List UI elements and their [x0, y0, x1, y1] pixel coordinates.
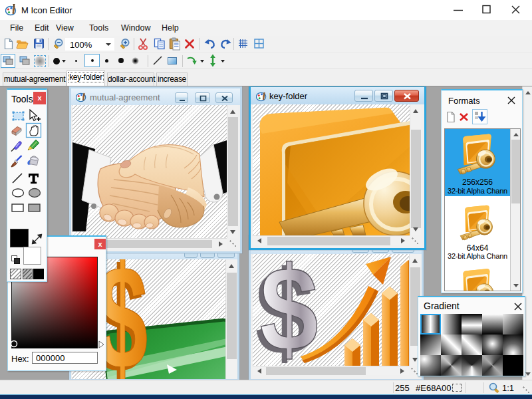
svg-text:$: $ [260, 254, 319, 366]
